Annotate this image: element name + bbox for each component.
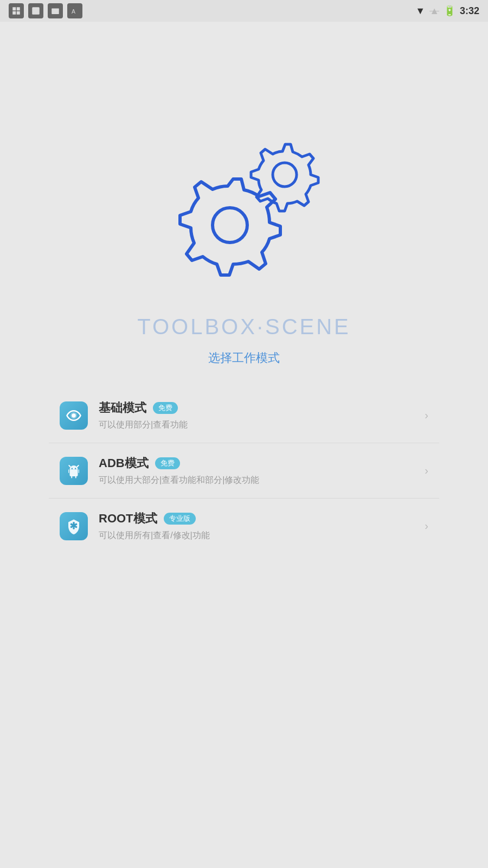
adb-mode-title-row: ADB模式 免费: [99, 455, 419, 471]
basic-mode-icon: [60, 401, 88, 430]
mode-item-root[interactable]: ROOT模式 专业版 可以使用所有|查看/修改|功能 ›: [49, 499, 439, 553]
svg-rect-3: [17, 11, 20, 15]
basic-mode-name: 基础模式: [99, 400, 146, 416]
wifi-icon: ▼: [415, 5, 425, 17]
svg-point-11: [72, 413, 76, 418]
svg-rect-4: [32, 7, 40, 15]
status-bar-right: ▼ ▲ 🔋 3:32: [415, 5, 479, 17]
home-icon: [28, 3, 43, 18]
svg-point-15: [73, 521, 75, 524]
svg-point-12: [72, 468, 73, 469]
basic-mode-text: 基础模式 免费 可以使用部分|查看功能: [99, 400, 419, 431]
svg-text:A: A: [72, 8, 75, 15]
adb-mode-chevron: ›: [425, 464, 428, 477]
root-mode-icon: [60, 512, 88, 540]
adb-mode-badge: 免费: [155, 457, 180, 469]
svg-point-19: [70, 526, 73, 528]
font-icon: A: [67, 3, 82, 18]
gallery-icon: [48, 3, 63, 18]
svg-rect-0: [12, 7, 16, 10]
root-mode-chevron: ›: [425, 520, 428, 532]
svg-point-9: [273, 163, 297, 187]
adb-mode-icon: [60, 457, 88, 485]
root-mode-badge: 专业版: [164, 513, 196, 525]
app-subtitle: 选择工作模式: [208, 350, 280, 366]
mode-item-basic[interactable]: 基础模式 免费 可以使用部分|查看功能 ›: [49, 388, 439, 443]
adb-mode-name: ADB模式: [99, 455, 149, 471]
gear-illustration: [168, 141, 320, 282]
svg-point-13: [75, 468, 76, 469]
root-mode-title-row: ROOT模式 专业版: [99, 510, 419, 527]
mode-item-adb[interactable]: ADB模式 免费 可以使用大部分|查看功能和部分|修改功能 ›: [49, 443, 439, 498]
basic-mode-desc: 可以使用部分|查看功能: [99, 419, 419, 431]
root-mode-text: ROOT模式 专业版 可以使用所有|查看/修改|功能: [99, 510, 419, 541]
svg-point-20: [75, 526, 78, 528]
svg-rect-1: [17, 7, 20, 10]
battery-icon: 🔋: [444, 5, 455, 17]
svg-point-18: [75, 523, 78, 525]
basic-mode-title-row: 基础模式 免费: [99, 400, 419, 416]
status-bar: A ▼ ▲ 🔋 3:32: [0, 0, 488, 22]
app-title: TOOLBOX·SCENE: [137, 315, 351, 339]
adb-mode-text: ADB模式 免费 可以使用大部分|查看功能和部分|修改功能: [99, 455, 419, 486]
svg-point-17: [70, 523, 73, 525]
root-mode-desc: 可以使用所有|查看/修改|功能: [99, 530, 419, 541]
mode-list: 基础模式 免费 可以使用部分|查看功能 ›: [49, 388, 439, 553]
svg-rect-2: [12, 11, 16, 15]
svg-rect-5: [52, 9, 59, 15]
basic-mode-chevron: ›: [425, 409, 428, 422]
adb-mode-desc: 可以使用大部分|查看功能和部分|修改功能: [99, 475, 419, 486]
status-bar-left: A: [9, 3, 82, 18]
svg-point-6: [56, 9, 58, 11]
basic-mode-badge: 免费: [153, 402, 178, 414]
status-time: 3:32: [460, 5, 479, 17]
svg-point-16: [73, 527, 75, 529]
recent-apps-icon: [9, 3, 24, 18]
svg-point-8: [213, 208, 247, 242]
root-mode-name: ROOT模式: [99, 510, 157, 527]
main-content: TOOLBOX·SCENE 选择工作模式 基础模式 免费 可以使用部分|查看功能: [0, 22, 488, 553]
signal-icon: ▲: [429, 5, 439, 17]
